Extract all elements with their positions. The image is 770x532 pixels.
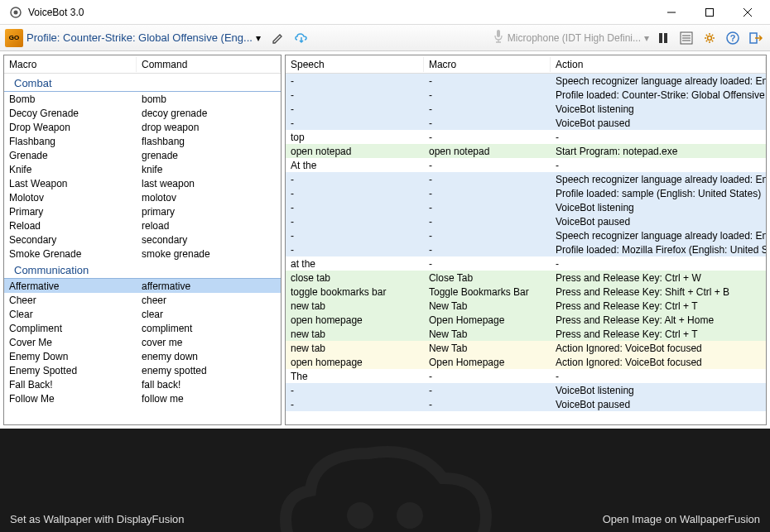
footer-right-link[interactable]: Open Image on WallpaperFusion xyxy=(603,513,760,525)
log-row[interactable]: --Speech recognizer language already loa… xyxy=(286,228,766,242)
svg-text:?: ? xyxy=(730,33,736,43)
macro-command: clear xyxy=(137,309,281,320)
log-row[interactable]: new tabNew TabPress and Release Key: Ctr… xyxy=(286,299,766,313)
macro-row[interactable]: Smoke Grenadesmoke grenade xyxy=(4,247,281,261)
log-row[interactable]: --Profile loaded: sample (English: Unite… xyxy=(286,186,766,200)
log-action: - xyxy=(551,371,766,382)
macro-row[interactable]: Molotovmolotov xyxy=(4,190,281,204)
svg-point-1 xyxy=(14,10,18,14)
svg-rect-3 xyxy=(706,8,714,16)
microphone-icon xyxy=(493,29,504,46)
macro-row[interactable]: Decoy Grenadedecoy grenade xyxy=(4,106,281,120)
macro-row[interactable]: Follow Mefollow me xyxy=(4,391,281,405)
macro-command: grenade xyxy=(137,150,281,161)
macro-command: last weapon xyxy=(137,178,281,189)
macro-row[interactable]: Flashbangflashbang xyxy=(4,134,281,148)
microphone-selector[interactable]: Microphone (IDT High Defini... ▾ xyxy=(493,29,649,46)
log-row[interactable]: open notepadopen notepadStart Program: n… xyxy=(286,144,766,158)
log-row[interactable]: --VoiceBot listening xyxy=(286,102,766,116)
log-macro: - xyxy=(424,399,551,410)
macro-row[interactable]: Affermativeaffermative xyxy=(4,279,281,293)
macro-row[interactable]: Complimentcompliment xyxy=(4,321,281,335)
column-command[interactable]: Command xyxy=(137,57,281,72)
macro-row[interactable]: Fall Back!fall back! xyxy=(4,377,281,391)
log-row[interactable]: --VoiceBot paused xyxy=(286,397,766,411)
log-panel: Speech Macro Action --Speech recognizer … xyxy=(285,55,767,425)
log-row[interactable]: --VoiceBot listening xyxy=(286,200,766,214)
log-row[interactable]: At the-- xyxy=(286,158,766,172)
log-row[interactable]: --Speech recognizer language already loa… xyxy=(286,74,766,88)
edit-icon[interactable] xyxy=(269,29,287,47)
cloud-download-icon[interactable] xyxy=(292,29,310,47)
settings-gear-icon[interactable] xyxy=(700,29,719,47)
log-row[interactable]: --VoiceBot listening xyxy=(286,383,766,397)
minimize-button[interactable] xyxy=(652,0,691,25)
macro-command: secondary xyxy=(137,234,281,246)
macros-list[interactable]: CombatBombbombDecoy Grenadedecoy grenade… xyxy=(4,74,281,424)
log-speech: - xyxy=(286,89,424,101)
log-list[interactable]: --Speech recognizer language already loa… xyxy=(286,74,766,424)
log-row[interactable]: new tabNew TabAction Ignored: VoiceBot f… xyxy=(286,341,766,355)
log-row[interactable]: --VoiceBot paused xyxy=(286,116,766,130)
log-speech: new tab xyxy=(286,328,424,340)
macro-command: enemy down xyxy=(137,351,281,362)
macro-name: Primary xyxy=(4,206,137,218)
group-header[interactable]: Communication xyxy=(4,262,281,279)
log-row[interactable]: open homepageOpen HomepagePress and Rele… xyxy=(286,313,766,327)
log-action: Press and Release Key: Shift + Ctrl + B xyxy=(551,286,766,298)
column-macro[interactable]: Macro xyxy=(424,57,551,72)
log-row[interactable]: open homepageOpen HomepageAction Ignored… xyxy=(286,355,766,369)
list-icon[interactable] xyxy=(677,29,695,47)
log-row[interactable]: toggle bookmarks barToggle Bookmarks Bar… xyxy=(286,285,766,299)
help-icon[interactable]: ? xyxy=(724,29,742,47)
macro-row[interactable]: Cheercheer xyxy=(4,293,281,307)
log-row[interactable]: --VoiceBot paused xyxy=(286,214,766,228)
macro-row[interactable]: Knifeknife xyxy=(4,162,281,176)
log-row[interactable]: at the-- xyxy=(286,256,766,271)
macro-row[interactable]: Last Weaponlast weapon xyxy=(4,176,281,190)
log-speech: at the xyxy=(286,258,424,270)
log-action: - xyxy=(551,160,766,171)
macro-row[interactable]: Enemy Downenemy down xyxy=(4,349,281,363)
macro-name: Affermative xyxy=(4,280,137,292)
macro-row[interactable]: Primaryprimary xyxy=(4,204,281,218)
macro-row[interactable]: Cover Mecover me xyxy=(4,335,281,349)
group-header[interactable]: Combat xyxy=(4,75,281,92)
exit-icon[interactable] xyxy=(747,29,765,47)
macro-row[interactable]: Enemy Spottedenemy spotted xyxy=(4,363,281,377)
log-row[interactable]: --Profile loaded: Counter-Strike: Global… xyxy=(286,88,766,102)
column-speech[interactable]: Speech xyxy=(286,57,424,72)
macro-name: Clear xyxy=(4,309,137,320)
footer-left-link[interactable]: Set as Wallpaper with DisplayFusion xyxy=(10,513,185,525)
profile-selector[interactable]: GO Profile: Counter-Strike: Global Offen… xyxy=(5,29,264,47)
log-row[interactable]: --Profile loaded: Mozilla Firefox (Engli… xyxy=(286,242,766,256)
close-button[interactable] xyxy=(729,0,767,25)
maximize-button[interactable] xyxy=(691,0,729,25)
macro-row[interactable]: Reloadreload xyxy=(4,218,281,232)
macro-row[interactable]: Grenadegrenade xyxy=(4,148,281,162)
log-macro: - xyxy=(424,385,551,396)
column-macro[interactable]: Macro xyxy=(4,57,137,72)
log-row[interactable]: --Speech recognizer language already loa… xyxy=(286,172,766,186)
macro-name: Fall Back! xyxy=(4,379,137,391)
log-row[interactable]: top-- xyxy=(286,130,766,144)
log-row[interactable]: close tabClose TabPress and Release Key:… xyxy=(286,271,766,285)
macro-row[interactable]: Clearclear xyxy=(4,307,281,321)
column-action[interactable]: Action xyxy=(551,57,766,72)
log-action: VoiceBot listening xyxy=(551,202,766,213)
log-action: Action Ignored: VoiceBot focused xyxy=(551,343,766,354)
log-row[interactable]: The-- xyxy=(286,369,766,383)
macro-name: Grenade xyxy=(4,150,137,161)
log-speech: - xyxy=(286,188,424,199)
log-macro: - xyxy=(424,244,551,256)
log-row[interactable]: new tabNew TabPress and Release Key: Ctr… xyxy=(286,327,766,341)
macro-row[interactable]: Drop Weapondrop weapon xyxy=(4,120,281,134)
svg-point-13 xyxy=(708,36,712,40)
macro-row[interactable]: Bombbomb xyxy=(4,92,281,106)
macro-command: primary xyxy=(137,206,281,218)
pause-icon[interactable] xyxy=(654,29,672,47)
log-action: Press and Release Key: Ctrl + T xyxy=(551,300,766,312)
log-macro: Open Homepage xyxy=(424,314,551,326)
log-macro: New Tab xyxy=(424,328,551,340)
macro-row[interactable]: Secondarysecondary xyxy=(4,232,281,247)
